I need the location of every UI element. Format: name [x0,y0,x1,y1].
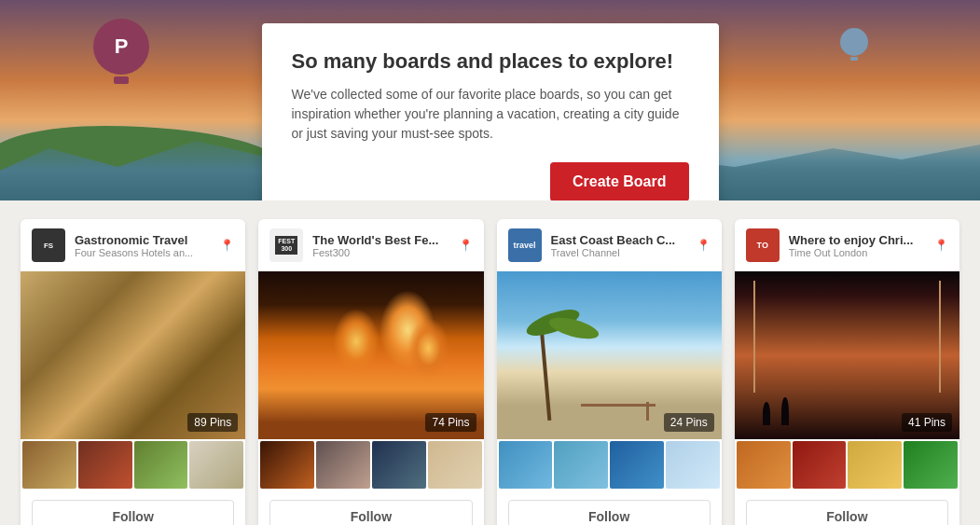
balloon-right [840,28,868,61]
thumb-1-3 [134,441,188,489]
card-info-1: Gastronomic Travel Four Seasons Hotels a… [75,233,211,258]
follow-button-3[interactable]: Follow [508,500,711,525]
thumb-1-2 [78,441,132,489]
thumb-4-1 [737,441,791,489]
card-subtitle-2: Fest300 [312,247,449,258]
promo-modal: So many boards and places to explore! We… [262,23,719,200]
follow-button-2[interactable]: Follow [269,500,472,525]
avatar-img-4: TO [746,228,780,262]
avatar-img-1: FS [32,228,65,262]
board-card-2: FEST300 The World's Best Fe... Fest300 📍… [258,219,483,525]
card-info-4: Where to enjoy Chri... Time Out London [789,233,925,258]
boards-grid: FS Gastronomic Travel Four Seasons Hotel… [0,200,980,525]
board-card-4: TO Where to enjoy Chri... Time Out Londo… [735,219,959,525]
board-card-3: travel East Coast Beach C... Travel Chan… [497,219,722,525]
card-title-1: Gastronomic Travel [75,233,211,247]
location-icon-1: 📍 [220,239,234,252]
card-main-image-1: 89 Pins [21,271,245,439]
pins-badge-1: 89 Pins [187,413,238,432]
card-header-1: FS Gastronomic Travel Four Seasons Hotel… [21,219,245,271]
card-avatar-1: FS [32,228,65,262]
board-card-1: FS Gastronomic Travel Four Seasons Hotel… [21,219,245,525]
location-icon-3: 📍 [697,239,711,252]
card-subtitle-1: Four Seasons Hotels an... [75,247,211,258]
card-subtitle-3: Travel Channel [551,247,687,258]
card-avatar-3: travel [508,228,542,262]
thumb-3-1 [499,441,553,489]
pinterest-logo: P [115,35,129,59]
card-title-3: East Coast Beach C... [551,233,687,247]
thumb-3-4 [666,441,720,489]
balloon-basket-right [850,57,858,61]
location-icon-4: 📍 [934,239,948,252]
thumb-4-2 [793,441,847,489]
card-subtitle-4: Time Out London [789,247,925,258]
avatar-img-2: FEST300 [269,228,303,262]
card-header-3: travel East Coast Beach C... Travel Chan… [497,219,722,271]
card-header-4: TO Where to enjoy Chri... Time Out Londo… [735,219,959,271]
modal-title: So many boards and places to explore! [292,49,689,74]
card-thumbs-4 [735,439,959,490]
card-thumbs-1 [21,439,245,490]
pins-badge-3: 24 Pins [664,413,714,432]
card-avatar-4: TO [746,228,780,262]
thumb-2-3 [372,441,426,489]
balloon-basket-left [114,76,129,84]
thumb-3-3 [610,441,664,489]
create-board-button[interactable]: Create Board [550,162,688,200]
balloon-left: P [93,19,149,84]
card-avatar-2: FEST300 [269,228,303,262]
thumb-4-4 [904,441,958,489]
pins-badge-2: 74 Pins [425,413,476,432]
thumb-1-1 [22,441,76,489]
card-header-2: FEST300 The World's Best Fe... Fest300 📍 [258,219,483,271]
card-main-image-3: 24 Pins [497,271,722,439]
card-main-image-2: 74 Pins [258,271,483,439]
card-info-2: The World's Best Fe... Fest300 [312,233,449,258]
card-title-4: Where to enjoy Chri... [789,233,925,247]
card-thumbs-3 [497,439,722,490]
follow-button-1[interactable]: Follow [32,500,234,525]
hero-banner: P So many boards and places to explore! … [0,0,980,200]
thumb-4-3 [848,441,902,489]
pins-badge-4: 41 Pins [902,413,952,432]
card-thumbs-2 [258,439,483,490]
card-main-image-4: 41 Pins [735,271,959,439]
location-icon-2: 📍 [459,239,473,252]
avatar-img-3: travel [508,228,542,262]
thumb-2-2 [316,441,370,489]
card-info-3: East Coast Beach C... Travel Channel [551,233,687,258]
thumb-2-4 [428,441,482,489]
thumb-3-2 [554,441,608,489]
modal-footer: Create Board [292,162,689,200]
thumb-2-1 [260,441,314,489]
thumb-1-4 [189,441,243,489]
follow-button-4[interactable]: Follow [746,500,948,525]
card-title-2: The World's Best Fe... [312,233,449,247]
modal-body: We've collected some of our favorite pla… [292,85,689,144]
